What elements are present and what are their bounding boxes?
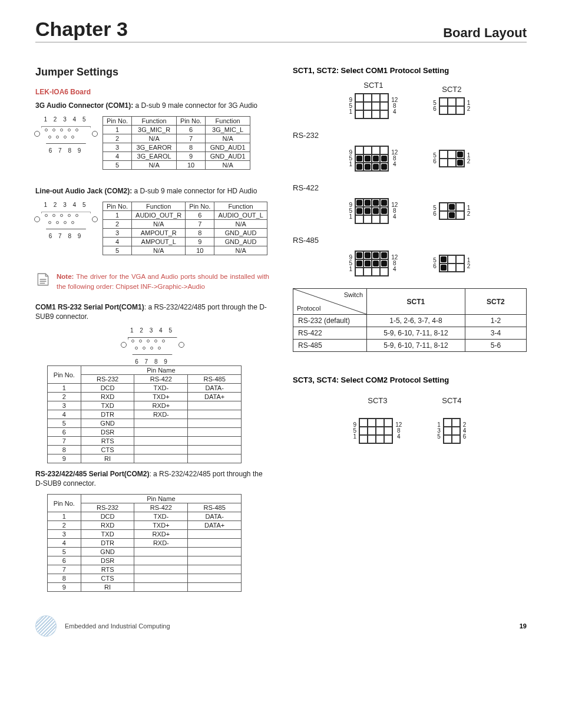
note-icon (35, 272, 51, 289)
table-row: 5N/A10N/A (103, 246, 267, 255)
sct34-heading: SCT3, SCT4: Select COM2 Protocol Setting (293, 375, 527, 384)
sct1-rs485-diagram: 951 1284 (349, 251, 398, 276)
table-row: 2N/A7N/A (103, 134, 250, 143)
com2-audio-title: Line-out Audio Jack (COM2): (35, 187, 132, 195)
table-row: 2N/A7N/A (103, 220, 267, 229)
com1-audio-title: 3G Audio Connector (COM1): (35, 101, 133, 110)
protocol-table: Switch Protocol SCT1 SCT2 RS-232 (defaul… (293, 288, 527, 352)
rs232-label: RS-232 (293, 131, 527, 140)
table-row: 7RTS (48, 565, 242, 574)
table-row: 9RI (48, 583, 242, 592)
table-row: 3TXDRXD+ (48, 401, 242, 410)
table-row: 8CTS (48, 574, 242, 583)
chapter-right-title: Board Layout (443, 25, 527, 41)
table-row: 8CTS (48, 446, 242, 454)
sct12-heading: SCT1, SCT2: Select COM1 Protocol Setting (293, 66, 527, 75)
section-title: Jumper Settings (35, 66, 269, 78)
com1-serial-table: Pin No.Pin Name RS-232RS-422RS-485 1DCDT… (47, 365, 242, 463)
note-block: Note: The driver for the VGA and Audio p… (35, 272, 269, 291)
table-row: RS-4855-9, 6-10, 7-11, 8-125-6 (293, 340, 527, 352)
sct2-rs485-diagram: 56 12 (433, 255, 470, 272)
table-row: 7RTS (48, 437, 242, 446)
page-number: 19 (520, 622, 527, 630)
dsub9-diagram: 1 2 3 4 5 6 7 8 9 (35, 202, 97, 239)
table-row: 1DCDTXD-DATA- (48, 384, 242, 393)
table-row: 1DCDTXD-DATA- (48, 512, 242, 521)
table-row: 4DTRRXD- (48, 539, 242, 548)
com2-serial-desc: RS-232/422/485 Serial Port(COM2): a RS-2… (35, 469, 269, 488)
table-row: 5GND (48, 548, 242, 556)
dsub9-diagram: 1 2 3 4 5 6 7 8 9 (122, 327, 183, 365)
com2-audio-table: Pin No. Function Pin No. Function 1AUDIO… (103, 202, 267, 255)
dsub9-diagram: 1 2 3 4 5 6 7 8 9 (35, 116, 97, 154)
table-row: 1AUDIO_OUT_R6AUDIO_OUT_L (103, 211, 267, 220)
sct3-diagram: SCT3 951 1284 (353, 396, 402, 444)
com1-audio-desc: 3G Audio Connector (COM1): a D-sub 9 mal… (35, 101, 269, 110)
page-footer: Embedded and Industrial Computing 19 (35, 615, 527, 637)
table-row: RS-4225-9, 6-10, 7-11, 8-123-4 (293, 327, 527, 340)
com1-serial-desc: COM1 RS-232 Serial Port(COM1): a RS-232/… (35, 302, 269, 321)
table-row: 5GND (48, 419, 242, 428)
globe-icon (35, 615, 57, 637)
page-header: Chapter 3 Board Layout (35, 18, 527, 42)
table-row: 5N/A10N/A (103, 161, 250, 170)
sct2-rs422-diagram: 56 12 (433, 202, 470, 220)
left-column: Jumper Settings LEK-IOA6 Board 3G Audio … (35, 66, 269, 598)
sct1-rs232-diagram: 951 1284 (349, 146, 398, 172)
table-row: 4AMPOUT_L9GND_AUD (103, 238, 267, 246)
chapter-title: Chapter 3 (35, 18, 128, 41)
table-row: 13G_MIC_R63G_MIC_L (103, 126, 250, 134)
table-row: 4DTRRXD- (48, 410, 242, 419)
table-row: 33G_EAROR8GND_AUD1 (103, 143, 250, 152)
com2-audio-desc: Line-out Audio Jack (COM2): a D-sub 9 ma… (35, 186, 269, 196)
board-name: LEK-IOA6 Board (35, 88, 269, 96)
table-row: 43G_EAROL9GND_AUD1 (103, 152, 250, 161)
sct4-diagram: SCT4 135 246 (437, 396, 466, 444)
sct1-default-diagram: SCT1 951 1284 (349, 81, 398, 119)
com2-serial-table: Pin No.Pin Name RS-232RS-422RS-485 1DCDT… (47, 494, 242, 592)
table-row: RS-232 (default)1-5, 2-6, 3-7, 4-81-2 (293, 315, 527, 327)
table-row: 2RXDTXD+DATA+ (48, 393, 242, 401)
right-column: SCT1, SCT2: Select COM1 Protocol Setting… (293, 66, 527, 598)
footer-text: Embedded and Industrial Computing (65, 622, 170, 630)
table-row: 9RI (48, 454, 242, 463)
sct2-default-diagram: SCT2 56 12 (433, 85, 470, 115)
sct2-rs232-diagram: 56 12 (433, 150, 470, 167)
table-row: 6DSR (48, 556, 242, 565)
com1-audio-table: Pin No. Function Pin No. Function 13G_MI… (103, 116, 250, 170)
rs422-label: RS-422 (293, 183, 527, 192)
table-row: 6DSR (48, 428, 242, 437)
table-row: 3TXDRXD+ (48, 530, 242, 539)
diag-header: Switch Protocol (293, 289, 367, 315)
note-text: Note: The driver for the VGA and Audio p… (57, 272, 269, 291)
rs485-label: RS-485 (293, 236, 527, 245)
table-row: 3AMPOUT_R8GND_AUD (103, 229, 267, 238)
sct1-rs422-diagram: 951 1284 (349, 198, 398, 224)
table-row: 2RXDTXD+DATA+ (48, 521, 242, 530)
